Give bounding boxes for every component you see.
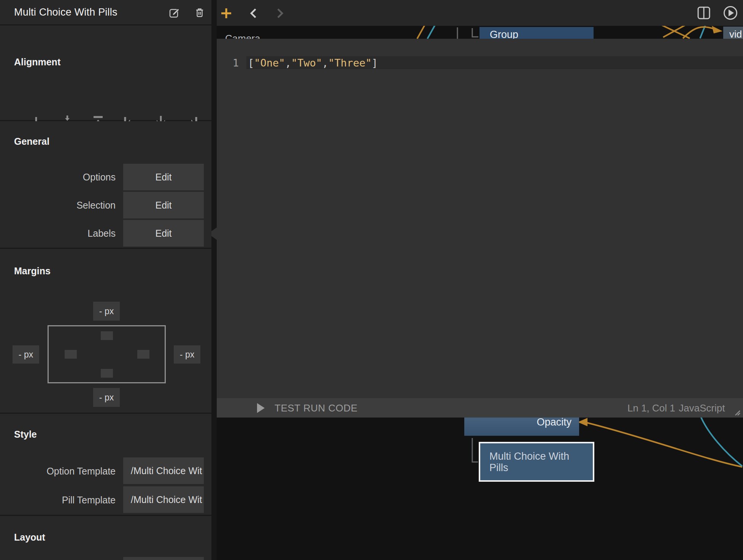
- margin-handle-bottom: [101, 369, 113, 378]
- inspector-sidebar: Multi Choice With Pills Alignment: [0, 0, 211, 560]
- section-general: General Options Edit Selection Edit Labe…: [0, 121, 211, 249]
- section-alignment: Alignment: [0, 25, 211, 121]
- margin-handle-top: [101, 331, 113, 340]
- run-prototype-icon[interactable]: [723, 5, 738, 21]
- code-token: ,: [322, 57, 328, 69]
- code-token: [: [248, 57, 254, 69]
- edit-icon[interactable]: [169, 7, 180, 18]
- section-heading: Style: [14, 429, 37, 440]
- wire-teal-left: [427, 25, 435, 39]
- node-label-line1: Multi Choice With: [489, 451, 593, 462]
- add-patch-icon[interactable]: [221, 8, 232, 19]
- forward-icon[interactable]: [275, 8, 284, 18]
- section-heading: General: [14, 136, 49, 147]
- section-heading: Layout: [14, 532, 45, 543]
- resize-grip-icon[interactable]: [735, 410, 741, 416]
- row-label-selection: Selection: [0, 200, 116, 211]
- line-number: 1: [217, 57, 239, 69]
- margin-bottom-input[interactable]: - px: [93, 388, 120, 407]
- panel-divider: [211, 0, 217, 560]
- section-heading: Margins: [14, 266, 51, 277]
- graph-toolbar: [217, 0, 743, 26]
- elbow-group: [472, 28, 478, 37]
- row-label-pill-template: Pill Template: [0, 495, 116, 506]
- selection-edit-button[interactable]: Edit: [123, 192, 204, 218]
- margin-handle-right: [137, 350, 149, 359]
- split-view-icon[interactable]: [697, 6, 711, 20]
- section-margins: Margins - px - px - px - px: [0, 249, 211, 414]
- row-label-labels: Labels: [0, 228, 116, 239]
- labels-edit-button[interactable]: Edit: [123, 220, 204, 247]
- delete-icon[interactable]: [194, 7, 205, 18]
- language-indicator[interactable]: JavaScript: [679, 402, 725, 414]
- margin-handle-left: [65, 350, 77, 359]
- run-code-icon[interactable]: [257, 403, 265, 413]
- margin-top-input[interactable]: - px: [93, 302, 120, 321]
- selected-patch-title: Multi Choice With Pills: [14, 6, 117, 18]
- test-run-code-button[interactable]: TEST RUN CODE: [275, 402, 357, 414]
- section-heading: Alignment: [14, 57, 60, 68]
- code-token: ,: [285, 57, 291, 69]
- code-line[interactable]: ["One","Two","Three"]: [248, 57, 378, 69]
- margin-left-input[interactable]: - px: [13, 345, 39, 364]
- elbow-multi-choice: [472, 438, 478, 462]
- margin-right-input[interactable]: - px: [174, 345, 200, 364]
- inspector-header: Multi Choice With Pills: [0, 0, 211, 25]
- row-label-option-template: Option Template: [0, 466, 116, 477]
- section-layout: Layout: [0, 516, 211, 560]
- wire-teal-bottom: [701, 417, 742, 466]
- node-label-line2: Pills: [489, 462, 593, 473]
- margins-diagram: [48, 325, 166, 383]
- row-label-options: Options: [0, 172, 116, 183]
- app-window: Camera Group vid Opacity Multi Choice Wi…: [0, 0, 743, 560]
- code-token: "Three": [328, 57, 372, 69]
- node-multi-choice-with-pills[interactable]: Multi Choice With Pills: [479, 442, 594, 482]
- options-edit-button[interactable]: Edit: [123, 164, 204, 190]
- code-token: "Two": [291, 57, 322, 69]
- section-style: Style Option Template /Multi Choice Wit …: [0, 414, 211, 516]
- layout-partial-button[interactable]: [123, 557, 204, 560]
- wire-orange-left: [417, 25, 425, 39]
- pill-template-value[interactable]: /Multi Choice Wit: [123, 486, 204, 513]
- code-token: ]: [372, 57, 378, 69]
- option-template-value[interactable]: /Multi Choice Wit: [123, 457, 204, 484]
- arrowhead-vid: [712, 26, 722, 33]
- editor-status-bar: TEST RUN CODE Ln 1, Col 1 JavaScript: [217, 398, 743, 418]
- code-editor-panel[interactable]: [217, 39, 743, 398]
- cursor-position: Ln 1, Col 1: [627, 402, 675, 414]
- back-icon[interactable]: [249, 8, 258, 18]
- code-token: "One": [254, 57, 285, 69]
